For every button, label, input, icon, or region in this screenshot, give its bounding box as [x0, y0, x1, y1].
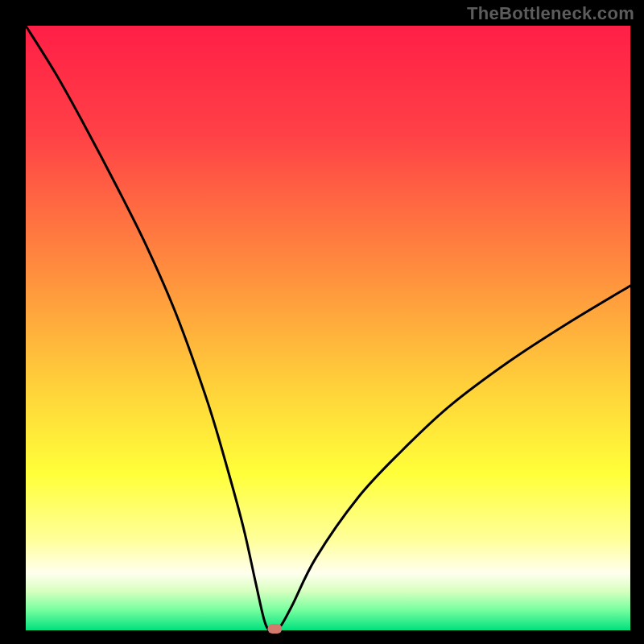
- optimal-point-marker: [267, 624, 282, 634]
- chart-frame: TheBottleneck.com: [0, 0, 644, 644]
- bottleneck-chart: [0, 0, 644, 644]
- watermark-text: TheBottleneck.com: [467, 3, 634, 24]
